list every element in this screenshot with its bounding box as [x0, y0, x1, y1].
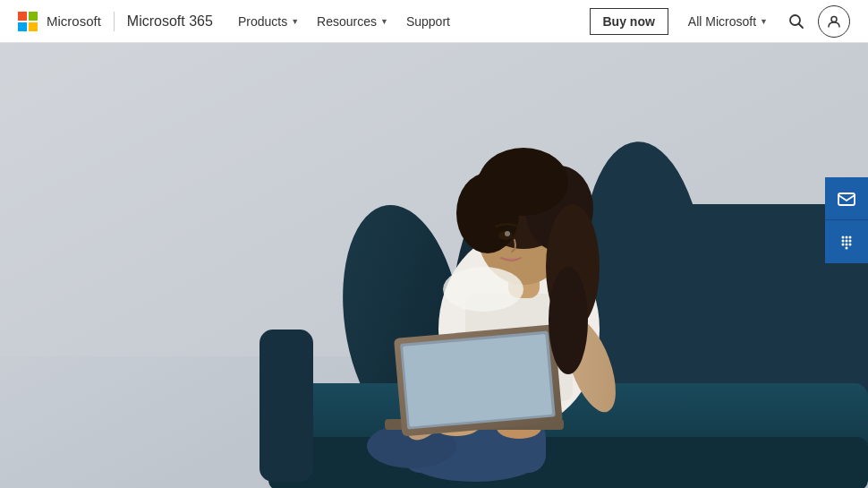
phone-contact-button[interactable] [825, 220, 868, 263]
hero-section [0, 43, 868, 488]
email-contact-button[interactable] [825, 177, 868, 220]
nav-divider [114, 12, 115, 31]
svg-point-42 [849, 240, 852, 243]
support-label: Support [406, 14, 450, 29]
svg-point-39 [849, 236, 852, 239]
svg-point-41 [846, 240, 848, 243]
buy-now-button[interactable]: Buy now [590, 8, 668, 35]
nav-links: Products ▼ Resources ▼ Support [231, 0, 457, 43]
search-icon [788, 13, 804, 30]
svg-rect-36 [838, 193, 855, 205]
all-microsoft-label: All Microsoft [688, 14, 756, 29]
products-label: Products [238, 14, 287, 29]
all-microsoft-chevron-icon: ▼ [760, 17, 768, 26]
search-button[interactable] [780, 5, 813, 38]
svg-point-35 [443, 267, 523, 312]
navbar: Microsoft Microsoft 365 Products ▼ Resou… [0, 0, 868, 43]
microsoft-logo-icon[interactable] [18, 12, 38, 31]
products-chevron-icon: ▼ [291, 17, 299, 26]
svg-rect-11 [260, 330, 313, 482]
svg-point-37 [842, 236, 845, 239]
user-account-button[interactable] [818, 5, 850, 38]
side-contact-buttons [825, 177, 868, 263]
hero-illustration [0, 43, 868, 488]
svg-point-30 [479, 148, 568, 216]
svg-point-32 [549, 267, 588, 374]
microsoft-wordmark: Microsoft [47, 13, 101, 29]
resources-label: Resources [317, 14, 377, 29]
support-nav-item[interactable]: Support [399, 0, 457, 43]
phone-icon [837, 232, 856, 252]
logo-green [29, 12, 38, 21]
nav-right: Buy now All Microsoft ▼ [590, 0, 851, 43]
svg-rect-10 [268, 437, 868, 488]
svg-point-38 [846, 236, 848, 239]
products-nav-item[interactable]: Products ▼ [231, 0, 306, 43]
logo-yellow [29, 22, 38, 31]
svg-point-2 [831, 16, 837, 21]
resources-nav-item[interactable]: Resources ▼ [310, 0, 396, 43]
email-icon [837, 189, 856, 209]
logo-red [18, 12, 27, 21]
svg-point-40 [842, 240, 845, 243]
svg-line-1 [799, 23, 804, 28]
user-icon [827, 14, 841, 29]
svg-point-46 [846, 247, 848, 250]
svg-rect-24 [403, 334, 552, 427]
logo-blue [18, 22, 27, 31]
logo-group: Microsoft [18, 12, 101, 31]
all-microsoft-nav[interactable]: All Microsoft ▼ [681, 0, 775, 43]
svg-point-43 [842, 244, 845, 246]
product-brand[interactable]: Microsoft 365 [127, 13, 213, 30]
svg-point-44 [846, 244, 848, 246]
resources-chevron-icon: ▼ [380, 17, 388, 26]
svg-point-34 [505, 231, 510, 236]
svg-point-45 [849, 244, 852, 246]
